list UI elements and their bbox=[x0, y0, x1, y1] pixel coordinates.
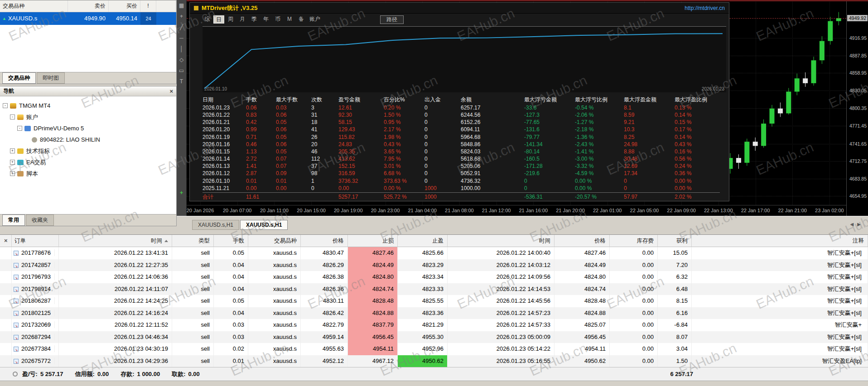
profit: 15.05 bbox=[658, 247, 692, 259]
scroll-right-icon[interactable] bbox=[857, 222, 861, 227]
open-time: 2026.01.23 04:29:36 bbox=[59, 355, 172, 367]
order-row[interactable]: 2017320692026.01.22 12:11:52sell0.03xauu… bbox=[0, 319, 868, 331]
tree-item-account-group[interactable]: -DPrimeVU-Demo 5 bbox=[0, 123, 176, 134]
collapse-icon[interactable]: - bbox=[3, 103, 8, 108]
market-watch-tab-0[interactable]: 交易品种 bbox=[2, 72, 36, 84]
stats-total-cell: 525.72 % bbox=[384, 193, 424, 201]
order-row[interactable]: 2017967932026.01.22 14:06:36sell0.04xauu… bbox=[0, 271, 868, 283]
order-row[interactable]: 2026872942026.01.23 04:46:34sell0.03xauu… bbox=[0, 331, 868, 343]
expand-icon[interactable]: + bbox=[10, 148, 15, 153]
period-button-6[interactable]: 币 bbox=[272, 15, 283, 24]
col-open-time[interactable]: 时间 bbox=[59, 235, 172, 247]
order-row[interactable]: 2026757722026.01.23 04:29:36sell0.01xauu… bbox=[0, 355, 868, 367]
col-order[interactable]: 订单 bbox=[12, 235, 59, 247]
order-row[interactable]: 2018062872026.01.22 14:24:25sell0.05xauu… bbox=[0, 295, 868, 307]
col-sl[interactable]: 止损 bbox=[348, 235, 398, 247]
path-button[interactable]: 路径 bbox=[380, 15, 404, 24]
col-lots[interactable]: 手数 bbox=[214, 235, 248, 247]
order-row[interactable]: 2017989142026.01.22 14:11:07sell0.04xauu… bbox=[0, 283, 868, 295]
tree-item-platform[interactable]: -TMGM MT4 bbox=[0, 100, 176, 111]
add-indicator-icon[interactable]: + bbox=[177, 187, 187, 198]
collapse-icon[interactable]: - bbox=[17, 126, 22, 131]
col-symbol[interactable]: 交易品种 bbox=[248, 235, 301, 247]
market-watch-column-header[interactable]: 交易品种 bbox=[0, 0, 68, 12]
order-type: sell bbox=[172, 259, 214, 272]
col-comment[interactable]: 注释 bbox=[692, 235, 868, 247]
expand-icon[interactable]: + bbox=[10, 160, 15, 165]
status-label: 信用额: bbox=[75, 371, 95, 377]
tree-item-label: 脚本 bbox=[26, 170, 38, 178]
collapse-icon[interactable]: - bbox=[10, 114, 15, 119]
scroll-left-icon[interactable] bbox=[850, 222, 854, 227]
stats-cell: 373.63 % bbox=[384, 177, 424, 185]
market-watch-tab-1[interactable]: 即时图 bbox=[37, 72, 65, 84]
tree-item-user[interactable]: 8904822: LIAO SHILIN bbox=[0, 134, 176, 145]
crosshair-icon[interactable]: + bbox=[177, 11, 187, 22]
navigator-tab-0[interactable]: 常用 bbox=[2, 214, 25, 226]
market-watch-panel: 交易品种卖价买价! XAUUSD.s 4949.90 4950.14 24 交易… bbox=[0, 0, 177, 84]
expand-icon[interactable]: + bbox=[10, 171, 15, 176]
stats-row: 2026.01.220.830.063192.301.50 %06244.56-… bbox=[203, 111, 720, 119]
col-profit[interactable]: 获利 bbox=[658, 235, 692, 247]
period-button-9[interactable]: 账户 bbox=[308, 15, 322, 24]
col-close-time[interactable]: 时间 bbox=[448, 235, 555, 247]
period-button-4[interactable]: 季 bbox=[249, 15, 260, 24]
market-watch-symbol-row[interactable]: XAUUSD.s 4949.90 4950.14 24 bbox=[0, 12, 176, 25]
empty-cell bbox=[156, 12, 176, 25]
time-tick-label: 20 Jan 2026 bbox=[187, 208, 214, 213]
close-price: 4824.49 bbox=[555, 259, 610, 272]
period-button-5[interactable]: 年 bbox=[260, 15, 271, 24]
order-row[interactable]: 2026773842026.01.23 04:30:19sell0.02xauu… bbox=[0, 343, 868, 355]
chart-tab-0[interactable]: XAUUSD.s,H1 bbox=[192, 220, 239, 230]
stats-column-header: 最大浮盈比例 bbox=[675, 96, 720, 103]
period-button-1[interactable]: 日 bbox=[213, 15, 224, 24]
order-row[interactable]: 2017428572026.01.22 12:27:35sell0.04xauu… bbox=[0, 259, 868, 272]
stats-panel-url-link[interactable]: http://mtdriver.cn bbox=[685, 5, 725, 11]
grid-chart-icon[interactable]: ▦ bbox=[177, 0, 187, 11]
order-type-icon bbox=[14, 311, 19, 316]
col-swap[interactable]: 库存费 bbox=[610, 235, 658, 247]
status-items: 盈/亏:5 257.17信用额:0.00存款:1 000.00取款:0.00 bbox=[22, 370, 212, 378]
trendline-icon[interactable]: ╱ bbox=[177, 22, 187, 33]
col-type[interactable]: 类型 bbox=[172, 235, 214, 247]
status-value: 0.00 bbox=[97, 371, 109, 377]
period-button-2[interactable]: 周 bbox=[225, 15, 236, 24]
tree-item-scripts[interactable]: +脚本 bbox=[0, 168, 176, 179]
rect-icon[interactable]: ▭ bbox=[177, 65, 187, 76]
chart-area[interactable]: MTDriver统计 ,V3.25 http://mtdriver.cn 综日周… bbox=[187, 0, 868, 216]
col-tp[interactable]: 止盈 bbox=[398, 235, 448, 247]
terminal-close[interactable] bbox=[0, 235, 12, 247]
order-row[interactable]: 2017786762026.01.22 13:41:31sell0.05xauu… bbox=[0, 247, 868, 259]
text-icon[interactable]: T bbox=[177, 76, 187, 87]
tree-item-indicators[interactable]: +技术指标 bbox=[0, 145, 176, 157]
stats-cell: 17.34 bbox=[624, 170, 675, 177]
close-icon[interactable] bbox=[169, 88, 173, 95]
stats-cell: 6244.56 bbox=[461, 111, 524, 119]
order-row[interactable]: 2018021252026.01.22 14:16:24sell0.04xauu… bbox=[0, 307, 868, 319]
period-button-7[interactable]: M bbox=[284, 15, 295, 24]
navigator-tab-1[interactable]: 收藏夹 bbox=[26, 214, 54, 226]
tree-item-accounts[interactable]: -账户 bbox=[0, 111, 176, 123]
vline-icon[interactable]: │ bbox=[177, 43, 187, 54]
close-icon[interactable] bbox=[4, 238, 8, 244]
market-watch-column-header[interactable]: ! bbox=[140, 0, 156, 12]
col-open-price[interactable]: 价格 bbox=[301, 235, 348, 247]
stats-cell: -160.5 bbox=[524, 155, 575, 162]
stats-cell: 10.3 bbox=[624, 126, 675, 133]
market-watch-column-header[interactable]: 卖价 bbox=[68, 0, 109, 12]
market-watch-column-header[interactable] bbox=[156, 0, 176, 12]
chart-tab-1[interactable]: XAUUSD.s,H1 bbox=[240, 220, 288, 230]
stop-loss: 4954.11 bbox=[348, 343, 398, 355]
period-button-0[interactable]: 综 bbox=[202, 15, 212, 24]
hline-icon[interactable]: ─ bbox=[177, 33, 187, 43]
shapes-icon[interactable]: ◇ bbox=[177, 54, 187, 65]
market-watch-column-header[interactable]: 买价 bbox=[109, 0, 140, 12]
col-close-price[interactable]: 价格 bbox=[555, 235, 610, 247]
period-button-8[interactable]: 备 bbox=[296, 15, 307, 24]
stats-total-row: 合计11.615257.17525.72 %1000-536.31-20.57 … bbox=[203, 192, 720, 201]
period-button-3[interactable]: 月 bbox=[237, 15, 248, 24]
tree-item-experts[interactable]: +EA交易 bbox=[0, 157, 176, 168]
time-tick-label: 22 Jan 13:00 bbox=[704, 208, 733, 213]
stats-row: 2026.01.190.710.0526115.821.98 %05964.68… bbox=[203, 133, 720, 141]
stats-cell: 0 bbox=[424, 148, 461, 155]
